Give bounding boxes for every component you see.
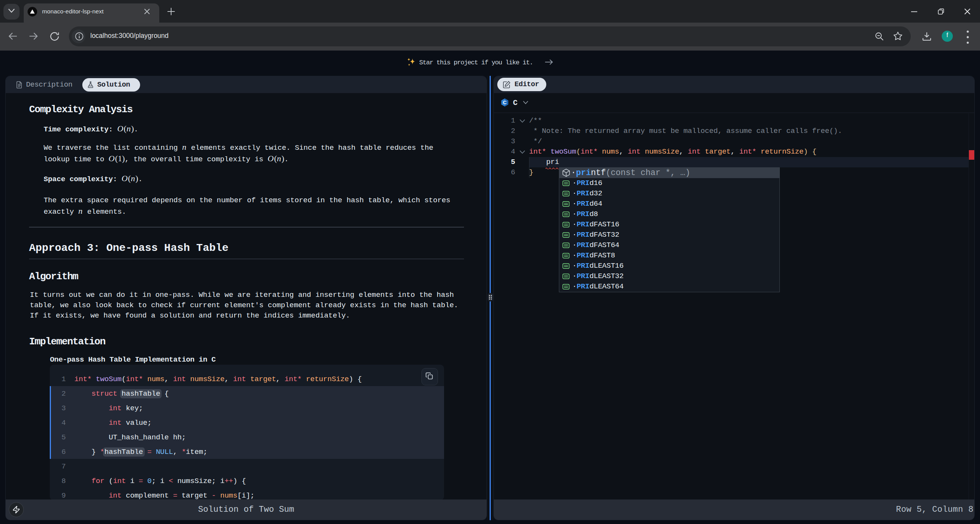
svg-text:C: C: [503, 100, 507, 105]
